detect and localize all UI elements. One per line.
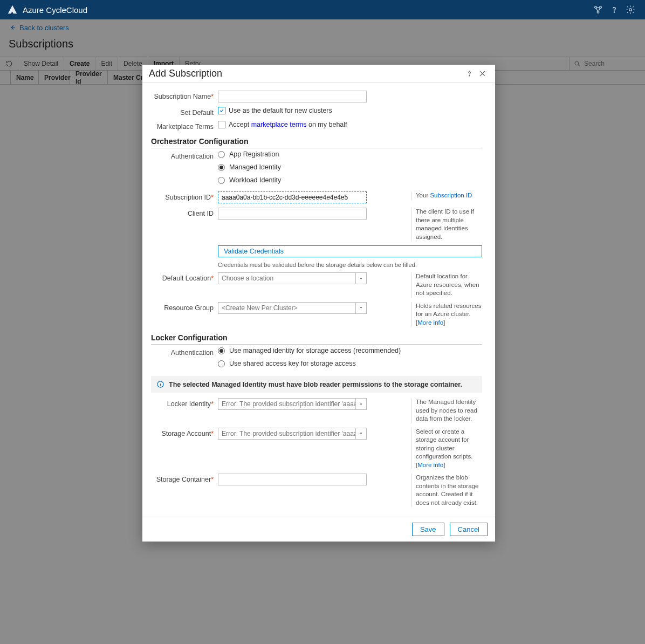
- auth-mi-radio[interactable]: [218, 164, 225, 171]
- default-location-value: Choose a location: [218, 275, 355, 282]
- sub-id-side-pre: Your: [416, 192, 430, 198]
- default-location-select[interactable]: Choose a location: [218, 272, 367, 284]
- subscription-id-input[interactable]: [218, 191, 367, 203]
- set-default-checkbox[interactable]: [218, 107, 225, 114]
- locker-identity-value: Error: The provided subscription identif…: [218, 400, 355, 408]
- dialog-header: Add Subscription: [142, 65, 495, 83]
- svg-point-1: [600, 6, 602, 9]
- dialog-help-button[interactable]: [463, 67, 476, 80]
- dialog-title: Add Subscription: [149, 68, 222, 79]
- label-def-loc: Default Location: [162, 275, 211, 282]
- label-sa: Storage Account: [161, 430, 211, 437]
- add-subscription-dialog: Add Subscription Subscription Name* Set …: [142, 65, 495, 542]
- marketplace-text-pre: Accept: [229, 121, 251, 128]
- dialog-close-button[interactable]: [476, 67, 489, 80]
- azure-logo-icon: [6, 4, 18, 16]
- client-id-side: The client ID to use if there are multip…: [411, 208, 482, 241]
- svg-point-0: [595, 6, 597, 9]
- chevron-down-icon: [355, 273, 366, 284]
- locker-auth-mi-radio[interactable]: [218, 347, 225, 354]
- label-auth: Authentication: [151, 150, 218, 160]
- auth-wi-radio[interactable]: [218, 177, 225, 184]
- client-id-input[interactable]: [218, 208, 367, 220]
- locker-identity-select[interactable]: Error: The provided subscription identif…: [218, 398, 367, 410]
- settings-icon[interactable]: [622, 2, 639, 18]
- storage-account-value: Error: The provided subscription identif…: [218, 430, 355, 437]
- label-sub-id: Subscription ID: [165, 194, 211, 201]
- locker-section-header: Locker Configuration: [151, 333, 482, 345]
- chevron-down-icon: [355, 399, 366, 409]
- info-icon: [156, 380, 164, 388]
- sub-id-side-link[interactable]: Subscription ID: [430, 192, 472, 198]
- help-icon[interactable]: [606, 2, 622, 18]
- def-loc-side: Default location for Azure resources, wh…: [411, 272, 482, 298]
- label-sub-name: Subscription Name: [154, 93, 211, 100]
- sa-more-info-link[interactable]: More info: [417, 462, 443, 468]
- storage-account-select[interactable]: Error: The provided subscription identif…: [218, 428, 367, 440]
- validate-credentials-button[interactable]: Validate Credentials: [218, 245, 482, 257]
- auth-wi-label: Workload Identity: [229, 176, 281, 184]
- rg-side-end: ]: [443, 319, 445, 326]
- label-sc: Storage Container: [156, 476, 211, 483]
- label-locker-auth: Authentication: [151, 347, 218, 357]
- storage-container-input[interactable]: [218, 474, 367, 485]
- auth-mi-label: Managed Identity: [229, 163, 281, 171]
- locker-id-side: The Managed Identity used by nodes to re…: [411, 398, 482, 423]
- app-logo: Azure CycleCloud: [6, 4, 87, 16]
- info-banner: The selected Managed Identity must have …: [151, 376, 482, 393]
- locker-auth-mi-label: Use managed identity for storage access …: [229, 347, 401, 354]
- sa-side-end: ]: [443, 462, 445, 468]
- marketplace-checkbox[interactable]: [218, 121, 225, 128]
- close-icon: [478, 70, 486, 78]
- label-marketplace: Marketplace Terms: [151, 121, 218, 131]
- set-default-label: Use as the default for new clusters: [229, 107, 332, 114]
- marketplace-terms-link[interactable]: marketplace terms: [251, 121, 307, 128]
- marketplace-text-post: on my behalf: [307, 121, 347, 128]
- locker-auth-sak-radio[interactable]: [218, 360, 225, 367]
- label-locker-id: Locker Identity: [167, 400, 211, 408]
- validate-note: Credentials must be validated before the…: [218, 262, 482, 268]
- label-rg: Resource Group: [151, 302, 218, 312]
- resource-group-select[interactable]: <Create New Per Cluster>: [218, 302, 367, 314]
- svg-point-4: [629, 9, 632, 11]
- chevron-down-icon: [355, 428, 366, 439]
- info-message: The selected Managed Identity must have …: [169, 381, 462, 388]
- save-button[interactable]: Save: [412, 523, 444, 536]
- cancel-button[interactable]: Cancel: [450, 523, 488, 536]
- svg-point-3: [614, 12, 614, 12]
- label-client-id: Client ID: [151, 208, 218, 217]
- locker-auth-sak-label: Use shared access key for storage access: [229, 360, 356, 367]
- chevron-down-icon: [355, 303, 366, 313]
- subscription-name-input[interactable]: [218, 91, 367, 102]
- dialog-footer: Save Cancel: [142, 517, 495, 542]
- resource-group-value: <Create New Per Cluster>: [218, 304, 355, 312]
- svg-point-6: [469, 76, 469, 76]
- rg-more-info-link[interactable]: More info: [417, 319, 443, 326]
- auth-app-radio[interactable]: [218, 151, 225, 158]
- help-icon: [465, 70, 474, 78]
- auth-app-label: App Registration: [229, 150, 279, 158]
- app-title: Azure CycleCloud: [23, 5, 87, 15]
- label-set-default: Set Default: [151, 107, 218, 117]
- sc-side: Organizes the blob contents in the stora…: [411, 474, 482, 507]
- orchestrator-section-header: Orchestrator Configuration: [151, 137, 482, 148]
- connections-icon[interactable]: [590, 2, 606, 18]
- topbar: Azure CycleCloud: [0, 0, 645, 19]
- check-icon: [219, 108, 224, 113]
